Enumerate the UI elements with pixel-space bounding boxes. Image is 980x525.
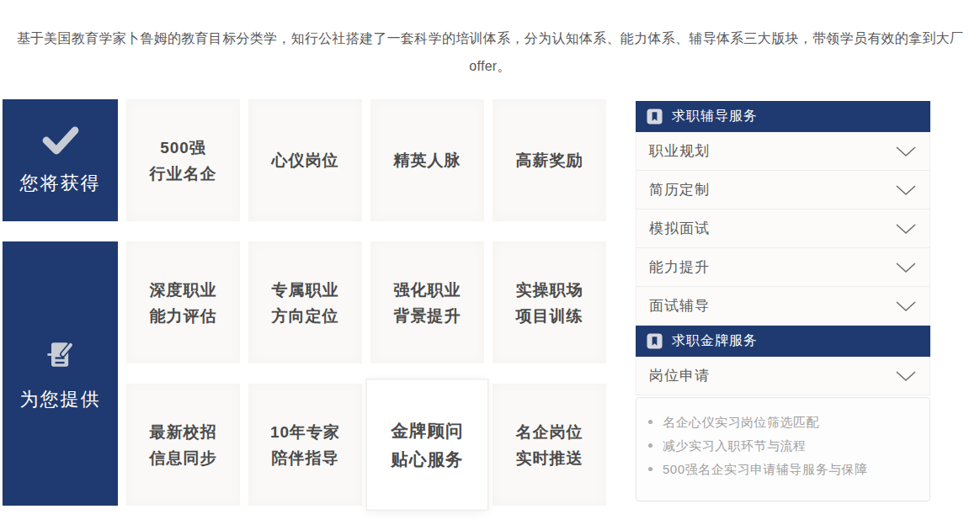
edit-document-icon <box>42 336 79 376</box>
panel-header-gold-service: 求职金牌服务 <box>636 326 930 357</box>
gold-service-bullet-list: 名企心仪实习岗位筛选匹配 减少实习入职环节与流程 500强名企实习申请辅导服务与… <box>648 411 918 481</box>
chevron-down-icon <box>895 223 917 235</box>
accordion-label: 职业规划 <box>649 141 710 161</box>
card-label-line: 专属职业 <box>272 277 339 303</box>
services-panel: 求职辅导服务 职业规划 简历定制 模拟面试 <box>636 101 930 501</box>
page: 基于美国教育学家卜鲁姆的教育目标分类学，知行公社搭建了一套科学的培训体系，分为认… <box>0 0 980 525</box>
feature-grid: 您将获得 500强 行业名企 心仪岗位 精英人脉 高薪奖励 <box>3 99 606 506</box>
feature-card[interactable]: 精英人脉 <box>370 99 484 221</box>
card-label-line: 名企岗位 <box>516 419 583 445</box>
gold-accordion: 岗位申请 <box>636 357 930 395</box>
card-label-line: 实操职场 <box>516 277 583 303</box>
card-label-line: 10年专家 <box>270 419 340 445</box>
accordion-label: 简历定制 <box>649 180 710 199</box>
feature-card[interactable]: 深度职业 能力评估 <box>126 241 240 363</box>
feature-card-highlighted[interactable]: 金牌顾问 贴心服务 <box>366 379 489 511</box>
feature-card[interactable]: 高薪奖励 <box>493 99 606 221</box>
card-label-line: 实时推送 <box>516 445 583 471</box>
card-label-line: 精英人脉 <box>394 147 461 173</box>
card-label-line: 金牌顾问 <box>391 416 463 444</box>
bullet-item: 500强名企实习申请辅导服务与保障 <box>648 458 918 481</box>
card-label-line: 项目训练 <box>516 303 583 329</box>
chevron-down-icon <box>895 184 917 196</box>
banner-label: 您将获得 <box>20 171 101 196</box>
chevron-down-icon <box>895 300 917 312</box>
bullet-item: 减少实习入职环节与流程 <box>648 434 918 458</box>
card-label-line: 高薪奖励 <box>516 147 583 173</box>
feature-card[interactable]: 10年专家 陪伴指导 <box>248 384 362 506</box>
feature-card[interactable]: 强化职业 背景提升 <box>370 241 484 363</box>
bookmark-icon <box>647 333 663 349</box>
banner-we-provide: 为您提供 <box>3 241 118 506</box>
panel-title: 求职辅导服务 <box>672 108 758 125</box>
panel-title: 求职金牌服务 <box>672 332 758 350</box>
accordion-item-job-application[interactable]: 岗位申请 <box>636 357 929 395</box>
check-icon <box>40 125 81 160</box>
card-label-line: 深度职业 <box>150 277 217 303</box>
gold-service-details: 名企心仪实习岗位筛选匹配 减少实习入职环节与流程 500强名企实习申请辅导服务与… <box>636 397 930 501</box>
card-label-line: 强化职业 <box>394 277 461 303</box>
bookmark-icon <box>647 109 663 125</box>
accordion-item-ability-improvement[interactable]: 能力提升 <box>636 248 929 287</box>
accordion-label: 岗位申请 <box>649 366 710 385</box>
feature-card[interactable]: 名企岗位 实时推送 <box>493 384 606 506</box>
feature-card[interactable]: 心仪岗位 <box>248 99 362 221</box>
accordion-label: 面试辅导 <box>649 296 710 316</box>
accordion-item-resume-customization[interactable]: 简历定制 <box>636 171 929 209</box>
card-label-line: 最新校招 <box>150 419 217 445</box>
accordion-item-mock-interview[interactable]: 模拟面试 <box>636 209 929 248</box>
bullet-item: 名企心仪实习岗位筛选匹配 <box>648 411 918 434</box>
card-label-line: 行业名企 <box>150 161 217 187</box>
feature-card[interactable]: 实操职场 项目训练 <box>493 241 606 363</box>
accordion-label: 模拟面试 <box>649 219 710 238</box>
chevron-down-icon <box>895 262 917 273</box>
card-label-line: 信息同步 <box>150 445 217 471</box>
accordion-item-interview-coaching[interactable]: 面试辅导 <box>636 287 929 326</box>
card-label-line: 500强 <box>160 135 206 161</box>
banner-you-will-get: 您将获得 <box>3 99 118 221</box>
card-label-line: 心仪岗位 <box>272 147 339 173</box>
chevron-down-icon <box>895 146 917 157</box>
panel-header-coaching: 求职辅导服务 <box>636 101 930 132</box>
card-label-line: 背景提升 <box>394 303 461 329</box>
feature-card[interactable]: 专属职业 方向定位 <box>248 241 362 363</box>
chevron-down-icon <box>895 370 917 382</box>
intro-text: 基于美国教育学家卜鲁姆的教育目标分类学，知行公社搭建了一套科学的培训体系，分为认… <box>0 24 980 80</box>
feature-card[interactable]: 最新校招 信息同步 <box>126 384 240 506</box>
card-label-line: 贴心服务 <box>391 445 463 473</box>
accordion-label: 能力提升 <box>649 257 710 277</box>
feature-card[interactable]: 500强 行业名企 <box>126 99 240 221</box>
card-label-line: 方向定位 <box>272 303 339 329</box>
accordion-item-career-planning[interactable]: 职业规划 <box>636 132 929 171</box>
coaching-accordion: 职业规划 简历定制 模拟面试 能力提升 <box>636 132 930 326</box>
card-label-line: 陪伴指导 <box>272 445 339 471</box>
card-label-line: 能力评估 <box>150 303 217 329</box>
banner-label: 为您提供 <box>20 387 101 412</box>
